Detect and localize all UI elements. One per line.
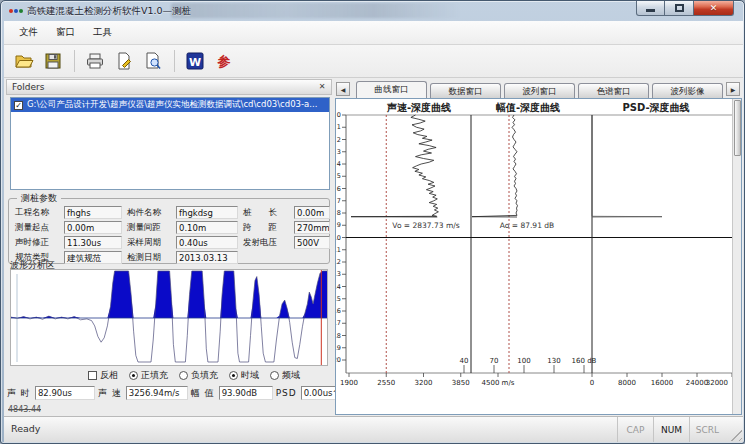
svg-text:声速-深度曲线: 声速-深度曲线 [386, 102, 451, 113]
radio-label: 时域 [241, 369, 259, 382]
status-bar: Ready CAPNUMSCRL [4, 416, 743, 442]
readout-label: 声 时 [7, 387, 31, 400]
parameters-button[interactable]: 参 [210, 49, 237, 74]
param-label: 工程名称 [15, 207, 59, 219]
pile-params-grid: 工程名称fhghs构件名称fhgkdsg桩 长0.00m测量起点0.00m测量间… [15, 206, 330, 264]
wave-display-controls: 反相正填充负填充时域频域 [88, 369, 300, 382]
radio-frequency-domain[interactable]: 频域 [270, 369, 300, 382]
tab-2[interactable]: 波列窗口 [504, 83, 575, 98]
readout-label: PSD [276, 388, 297, 398]
readout-value-field[interactable]: 0.00us^2/m [301, 386, 337, 400]
param-value-field[interactable]: fhgkdsg [176, 206, 238, 219]
svg-text:17: 17 [336, 319, 341, 327]
tab-1[interactable]: 数据窗口 [430, 83, 501, 98]
print-preview-button[interactable] [139, 49, 166, 74]
param-label: 声时修正 [15, 237, 59, 249]
radio-fill-positive[interactable]: 正填充 [129, 369, 168, 382]
readout-value-field[interactable]: 3256.94m/s [126, 386, 188, 400]
svg-text:9: 9 [337, 221, 341, 229]
folders-panel-header: Folders ✕ [6, 79, 332, 95]
radio-fill-negative[interactable]: 负填充 [179, 369, 218, 382]
svg-text:40: 40 [460, 357, 469, 365]
svg-text:4500 m/s: 4500 m/s [482, 379, 515, 387]
svg-text:100: 100 [517, 357, 530, 365]
param-value-field[interactable]: fhghs [64, 206, 122, 219]
curves-chart-area[interactable]: 01234567891011121314151617181920声速-深度曲线1… [335, 98, 742, 415]
svg-text:W: W [188, 56, 200, 69]
param-value-field[interactable]: 0.00m [294, 206, 330, 219]
svg-text:160 dB: 160 dB [572, 357, 597, 365]
save-button[interactable] [39, 49, 66, 74]
radio-icon [179, 371, 188, 380]
param-value-field[interactable]: 建筑规范 [64, 251, 122, 264]
radio-time-domain[interactable]: 时域 [229, 369, 259, 382]
export-report-icon [114, 51, 134, 71]
invert-checkbox[interactable]: 反相 [88, 369, 118, 382]
readout-label: 声 速 [98, 387, 122, 400]
param-value-field[interactable]: 0.00m [64, 221, 122, 234]
svg-text:6: 6 [337, 185, 341, 193]
param-value-field[interactable]: 0.40us [176, 236, 238, 249]
radio-label: 负填充 [191, 369, 218, 382]
minimize-button[interactable] [636, 1, 665, 16]
svg-text:15: 15 [336, 295, 341, 303]
open-folder-icon [14, 51, 34, 71]
window-title: 高铁建混凝土检测分析软件V1.0—测桩 [27, 5, 191, 18]
tab-bar: ◀ 曲线窗口数据窗口波列窗口色谱窗口波列影像 ▶ [336, 80, 741, 98]
svg-text:3200: 3200 [415, 379, 433, 387]
export-report-button[interactable] [110, 49, 137, 74]
param-value-field[interactable]: 500V [294, 236, 330, 249]
svg-text:8000: 8000 [618, 379, 636, 387]
svg-text:3: 3 [337, 148, 341, 156]
title-bar[interactable]: 高铁建混凝土检测分析软件V1.0—测桩 ✕ [1, 1, 744, 21]
tab-3[interactable]: 色谱窗口 [578, 83, 649, 98]
scrollbar-thumb[interactable] [734, 100, 741, 156]
close-button[interactable]: ✕ [693, 1, 734, 16]
maximize-button[interactable] [665, 1, 693, 16]
readout-value-field[interactable]: 93.90dB [219, 386, 273, 400]
vertical-scrollbar[interactable] [732, 99, 741, 414]
menu-item-1[interactable]: 窗口 [47, 23, 84, 42]
tab-0[interactable]: 曲线窗口 [356, 81, 427, 98]
file-list[interactable]: ✓G:\公司产品设计开发\超声仪器\超声仪实地检测数据调试\cd\cd03\cd… [10, 97, 330, 190]
param-value-field[interactable]: 0.10m [176, 221, 238, 234]
param-label: 构件名称 [127, 207, 171, 219]
param-label: 采样周期 [127, 237, 171, 249]
svg-text:11: 11 [336, 246, 341, 254]
menu-bar: 文件窗口工具 [4, 21, 743, 45]
print-button[interactable] [81, 49, 108, 74]
client-area: Folders ✕ ✓G:\公司产品设计开发\超声仪器\超声仪实地检测数据调试\… [4, 78, 743, 416]
radio-label: 频域 [282, 369, 300, 382]
menu-item-0[interactable]: 文件 [10, 23, 47, 42]
svg-text:0: 0 [337, 111, 341, 119]
save-icon [43, 51, 63, 71]
folders-close-button[interactable]: ✕ [316, 81, 328, 93]
open-button[interactable] [10, 49, 37, 74]
window-body: 文件窗口工具 [4, 21, 743, 442]
readout-label: 幅 值 [191, 387, 215, 400]
list-item[interactable]: ✓G:\公司产品设计开发\超声仪器\超声仪实地检测数据调试\cd\cd03\cd… [11, 98, 329, 112]
param-value-field[interactable]: 2013.03.13 [176, 251, 238, 264]
radio-icon [270, 371, 279, 380]
invert-label: 反相 [100, 369, 118, 382]
toolbar-separator [74, 50, 75, 72]
waveform-plot[interactable] [10, 269, 328, 366]
menu-item-2[interactable]: 工具 [84, 23, 121, 42]
svg-text:1: 1 [337, 123, 341, 131]
param-value-field[interactable]: 270mm [294, 221, 330, 234]
app-icon [9, 6, 23, 16]
tab-scroll-right-button[interactable]: ▶ [726, 82, 740, 96]
svg-text:参: 参 [216, 54, 230, 69]
svg-text:32000: 32000 [706, 379, 728, 387]
word-export-button[interactable]: W [181, 49, 208, 74]
tab-4[interactable]: 波列影像 [652, 83, 723, 98]
param-value-field[interactable]: 11.30us [64, 236, 122, 249]
clipped-text: 4843.44 [8, 405, 41, 413]
resize-grip[interactable] [728, 427, 742, 441]
readout-value-field[interactable]: 82.90us [35, 386, 95, 400]
tab-scroll-left-button[interactable]: ◀ [336, 82, 350, 96]
radio-icon [229, 371, 238, 380]
param-label: 桩 长 [243, 207, 289, 219]
checkbox-icon[interactable]: ✓ [14, 101, 23, 110]
svg-text:70: 70 [490, 357, 499, 365]
